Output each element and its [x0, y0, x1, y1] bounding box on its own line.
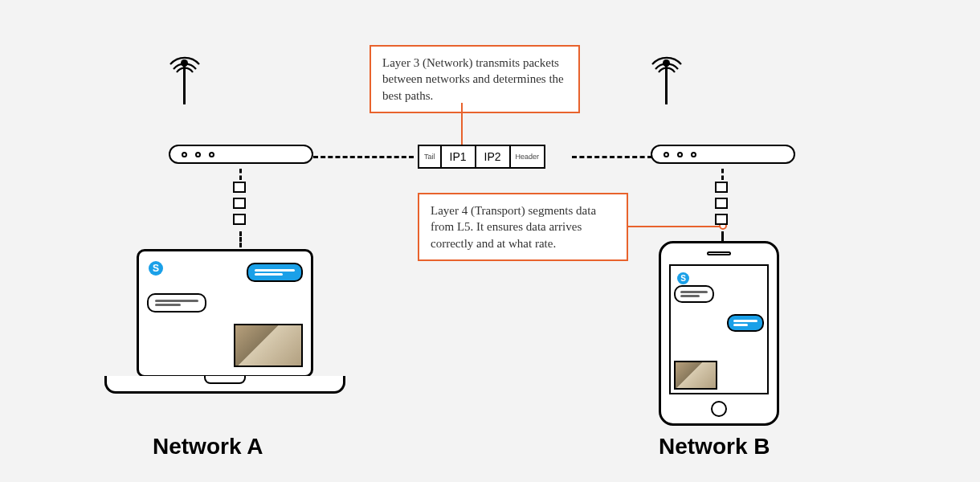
packet-ip2: IP2 — [476, 146, 511, 167]
chat-bubble-blue — [727, 314, 764, 332]
chat-bubble-white — [674, 285, 714, 303]
queue-packet — [715, 198, 728, 209]
label-network-a: Network A — [153, 434, 263, 460]
skype-icon: S — [677, 272, 689, 284]
skype-icon: S — [149, 261, 163, 276]
packet-queue-b — [715, 182, 728, 225]
chat-bubble-blue — [247, 263, 303, 282]
connector-layer3 — [446, 103, 478, 151]
packet-ip1: IP1 — [442, 146, 476, 167]
router-body-icon — [169, 145, 313, 164]
phone-device: S — [659, 241, 779, 426]
vdash-a-top — [239, 169, 242, 180]
queue-packet — [233, 182, 246, 193]
queue-packet — [233, 198, 246, 209]
queue-packet — [715, 182, 728, 193]
packet-tail: Tail — [419, 146, 442, 167]
label-network-b: Network B — [659, 434, 770, 460]
phone-earpiece — [707, 251, 731, 255]
diagram-stage: Layer 3 (Network) transmits packets betw… — [0, 0, 980, 482]
phone-home-button — [711, 401, 727, 417]
path-packet-to-router-right — [572, 156, 652, 158]
phone-screen: S — [669, 264, 769, 394]
callout-layer4-text: Layer 4 (Transport) segments data from L… — [431, 204, 596, 250]
router-body-icon — [651, 145, 795, 164]
packet-strip: Tail IP1 IP2 Header — [418, 145, 545, 169]
chat-image-cat — [674, 361, 717, 390]
wifi-waves-icon — [649, 45, 684, 80]
laptop-screen: S — [137, 249, 313, 378]
wifi-waves-icon — [167, 45, 202, 80]
chat-bubble-white — [147, 293, 206, 312]
vdash-b-top — [721, 169, 724, 180]
laptop-base — [104, 376, 345, 394]
chat-image-cat — [234, 324, 303, 367]
callout-layer4: Layer 4 (Transport) segments data from L… — [418, 193, 628, 261]
packet-header: Header — [511, 146, 545, 167]
queue-packet — [233, 214, 246, 225]
laptop-device: S — [104, 249, 345, 394]
path-router-to-packet-left — [313, 156, 414, 158]
vdash-b-bottom — [721, 231, 724, 241]
vdash-a-bottom — [239, 231, 242, 247]
queue-packet — [715, 214, 728, 225]
callout-layer3-text: Layer 3 (Network) transmits packets betw… — [382, 56, 564, 102]
packet-queue-a — [233, 182, 246, 225]
